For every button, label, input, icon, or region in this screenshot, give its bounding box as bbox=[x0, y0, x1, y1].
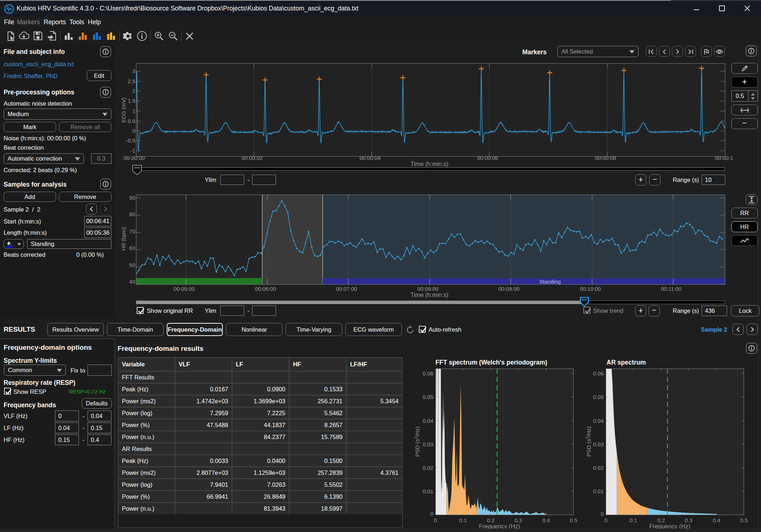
svg-text:PSD (s2/Hz): PSD (s2/Hz) bbox=[585, 426, 592, 457]
svg-text:PSD (s2/Hz): PSD (s2/Hz) bbox=[413, 426, 420, 457]
